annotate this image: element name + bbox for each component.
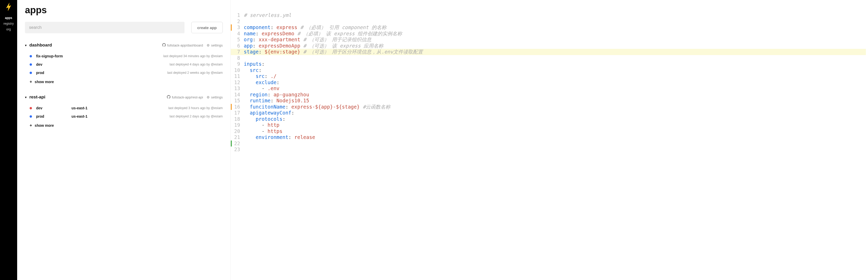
instance-name: prod [36, 114, 67, 119]
app-header-left[interactable]: ▾rest-api [25, 95, 45, 100]
apps-panel: apps create app ▾dashboardfullstack-app/… [17, 0, 231, 280]
gear-icon: ⚙ [207, 43, 210, 47]
code-content: funcitonName: express-${app}-${stage} #云… [243, 104, 390, 110]
code-line[interactable]: 16 funcitonName: express-${app}-${stage}… [231, 104, 866, 110]
instance-name: prod [36, 71, 67, 75]
line-number: 13 [231, 86, 243, 92]
code-content: org: xxx-department # （可选） 用于记录组织信息 [243, 37, 371, 43]
nav-item-registry[interactable]: registry [3, 21, 13, 27]
instance-row[interactable]: prodlast deployed 2 weeks ago by @eslam [25, 69, 223, 77]
code-content: src: ./ [243, 73, 277, 80]
instance-meta: last deployed 34 minutes ago by @eslam [163, 54, 223, 58]
code-line[interactable]: 14 region: ap-guangzhou [231, 92, 866, 98]
code-content: # serverless.yml [243, 12, 291, 19]
instance-row[interactable]: devus-east-1last deployed 3 hours ago by… [25, 104, 223, 112]
code-line[interactable]: 12 exclude: [231, 80, 866, 86]
code-line[interactable]: 20 - https [231, 128, 866, 134]
logo-lightning-icon: ⚡ [4, 3, 13, 11]
instance-meta: last deployed 2 weeks ago by @eslam [167, 71, 223, 74]
code-line[interactable]: 5org: xxx-department # （可选） 用于记录组织信息 [231, 37, 866, 43]
code-line[interactable]: 10 src: [231, 67, 866, 73]
code-content: inputs: [243, 61, 265, 67]
chevron-down-icon: ▾ [25, 43, 27, 47]
code-line[interactable]: 2 [231, 19, 866, 25]
line-number: 1 [231, 12, 243, 19]
code-line[interactable]: 7stage: ${env:stage} # （可选） 用于区分环境信息，从.e… [231, 49, 866, 55]
nav-item-apps[interactable]: apps [3, 15, 13, 21]
instance-name: dev [36, 106, 67, 110]
github-icon [167, 95, 170, 99]
instance-row[interactable]: produs-east-1last deployed 2 days ago by… [25, 112, 223, 121]
instance-meta: last deployed 4 days ago by @eslam [170, 63, 223, 66]
line-number: 19 [231, 122, 243, 128]
code-content: protocols: [243, 116, 285, 122]
page-title: apps [25, 5, 223, 15]
line-number: 17 [231, 110, 243, 116]
code-line[interactable]: 21 environment: release [231, 134, 866, 141]
settings-link[interactable]: ⚙settings [207, 43, 223, 47]
line-number: 6 [231, 43, 243, 49]
code-line[interactable]: 4name: expressDemo # （必填） 该 express 组件创建… [231, 31, 866, 37]
app-name: dashboard [29, 42, 52, 48]
code-content: src: [243, 67, 262, 73]
code-line[interactable]: 6app: expressDemoApp # （可选） 该 express 应用… [231, 43, 866, 49]
line-number: 8 [231, 55, 243, 61]
instance-left: dev [30, 62, 67, 66]
code-line[interactable]: 8 [231, 55, 866, 61]
nav-item-org[interactable]: org [3, 27, 13, 32]
repo-link[interactable]: fullstack-app/rest-api [167, 95, 203, 99]
chevron-down-icon: ▾ [25, 95, 27, 99]
code-content: - .env [243, 86, 279, 92]
status-dot-icon [30, 115, 32, 118]
code-editor-panel[interactable]: 1# serverless.yml23component: express # … [231, 0, 868, 280]
code-line[interactable]: 19 - http [231, 122, 866, 128]
repo-path: fullstack-app/rest-api [172, 95, 203, 99]
code-line[interactable]: 13 - .env [231, 86, 866, 92]
repo-link[interactable]: fullstack-app/dashboard [162, 43, 203, 48]
status-dot-icon [30, 72, 32, 74]
settings-label: settings [211, 43, 223, 47]
code-line[interactable]: 18 protocols: [231, 116, 866, 122]
line-number: 12 [231, 80, 243, 86]
instance-row[interactable]: fix-signup-formlast deployed 34 minutes … [25, 52, 223, 60]
code-line[interactable]: 23 [231, 147, 866, 153]
show-more-button[interactable]: +show more [25, 121, 223, 128]
toolbar: create app [25, 22, 223, 33]
code-content: runtime: Nodejs10.15 [243, 98, 309, 104]
search-input[interactable] [25, 22, 185, 33]
status-dot-icon [30, 55, 32, 57]
plus-icon: + [30, 123, 32, 128]
code-content: environment: release [243, 134, 315, 141]
app-header: ▾dashboardfullstack-app/dashboard⚙settin… [25, 42, 223, 48]
code-line[interactable]: 11 src: ./ [231, 73, 866, 80]
code-content: app: expressDemoApp # （可选） 该 express 应用名… [243, 43, 383, 49]
plus-icon: + [30, 80, 32, 84]
app-header-left[interactable]: ▾dashboard [25, 42, 52, 48]
code-line[interactable]: 9inputs: [231, 61, 866, 67]
line-number: 10 [231, 67, 243, 73]
line-number: 22 [231, 141, 243, 147]
repo-path: fullstack-app/dashboard [167, 43, 203, 47]
line-number: 15 [231, 98, 243, 104]
instance-row[interactable]: devlast deployed 4 days ago by @eslam [25, 60, 223, 69]
instance-name: dev [36, 62, 67, 66]
settings-link[interactable]: ⚙settings [207, 95, 223, 99]
apps-list: ▾dashboardfullstack-app/dashboard⚙settin… [25, 42, 223, 138]
app-block: ▾dashboardfullstack-app/dashboard⚙settin… [25, 42, 223, 84]
create-app-button[interactable]: create app [191, 22, 223, 33]
code-content [243, 147, 244, 153]
code-line[interactable]: 15 runtime: Nodejs10.15 [231, 98, 866, 104]
app-header: ▾rest-apifullstack-app/rest-api⚙settings [25, 95, 223, 100]
app-block: ▾rest-apifullstack-app/rest-api⚙settings… [25, 95, 223, 128]
instance-region: us-east-1 [71, 114, 87, 119]
code-line[interactable]: 1# serverless.yml [231, 12, 866, 19]
code-line[interactable]: 17 apigatewayConf: [231, 110, 866, 116]
app-name: rest-api [29, 95, 45, 100]
code-content: name: expressDemo # （必填） 该 express 组件创建的… [243, 31, 402, 37]
github-icon [162, 43, 166, 48]
code-line[interactable]: 22 [231, 141, 866, 147]
code-line[interactable]: 3component: express # （必填） 引用 component … [231, 24, 866, 31]
instance-left: prod [30, 71, 67, 75]
show-more-button[interactable]: +show more [25, 77, 223, 84]
instance-name: fix-signup-form [36, 54, 67, 58]
